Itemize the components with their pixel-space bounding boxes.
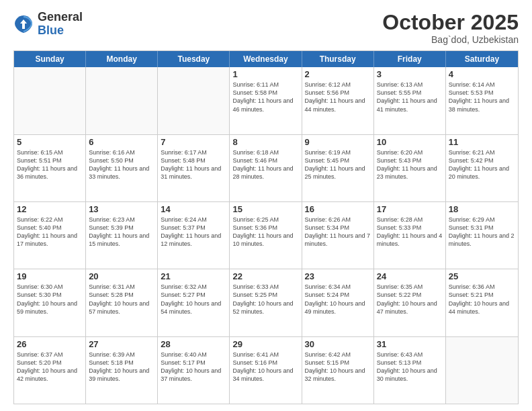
header-wednesday: Wednesday (230, 51, 302, 67)
cal-row-4: 19Sunrise: 6:30 AM Sunset: 5:30 PM Dayli… (14, 269, 518, 336)
cal-cell-5-2: 27Sunrise: 6:39 AM Sunset: 5:18 PM Dayli… (86, 337, 158, 404)
cal-cell-2-4: 8Sunrise: 6:18 AM Sunset: 5:46 PM Daylig… (230, 135, 302, 201)
day-number: 11 (449, 137, 515, 147)
cal-cell-2-2: 6Sunrise: 6:16 AM Sunset: 5:50 PM Daylig… (86, 135, 158, 201)
calendar-header: Sunday Monday Tuesday Wednesday Thursday… (14, 51, 518, 67)
day-number: 15 (232, 204, 298, 214)
cal-cell-2-5: 9Sunrise: 6:19 AM Sunset: 5:45 PM Daylig… (302, 135, 374, 201)
cell-text: Sunrise: 6:15 AM Sunset: 5:51 PM Dayligh… (17, 148, 83, 181)
cal-cell-4-6: 24Sunrise: 6:35 AM Sunset: 5:22 PM Dayli… (374, 269, 446, 336)
day-number: 26 (17, 339, 83, 349)
cell-text: Sunrise: 6:23 AM Sunset: 5:39 PM Dayligh… (89, 216, 154, 248)
cal-cell-3-7: 18Sunrise: 6:29 AM Sunset: 5:31 PM Dayli… (446, 202, 518, 269)
cal-cell-4-5: 23Sunrise: 6:34 AM Sunset: 5:24 PM Dayli… (302, 269, 374, 336)
calendar: Sunday Monday Tuesday Wednesday Thursday… (13, 50, 519, 404)
cell-text: Sunrise: 6:41 AM Sunset: 5:16 PM Dayligh… (232, 351, 298, 383)
cell-text: Sunrise: 6:32 AM Sunset: 5:27 PM Dayligh… (161, 283, 226, 316)
cell-text: Sunrise: 6:21 AM Sunset: 5:42 PM Dayligh… (449, 148, 515, 181)
cal-cell-4-3: 21Sunrise: 6:32 AM Sunset: 5:27 PM Dayli… (158, 269, 230, 336)
day-number: 6 (89, 137, 154, 147)
cell-text: Sunrise: 6:20 AM Sunset: 5:43 PM Dayligh… (377, 148, 443, 181)
day-number: 18 (449, 204, 515, 214)
day-number: 29 (232, 339, 298, 349)
day-number: 12 (17, 204, 83, 214)
day-number: 24 (377, 271, 443, 281)
day-number: 5 (17, 137, 83, 147)
cal-cell-1-2 (86, 67, 158, 134)
cell-text: Sunrise: 6:12 AM Sunset: 5:56 PM Dayligh… (305, 81, 371, 113)
cell-text: Sunrise: 6:28 AM Sunset: 5:33 PM Dayligh… (377, 216, 443, 248)
cal-cell-1-5: 2Sunrise: 6:12 AM Sunset: 5:56 PM Daylig… (302, 67, 374, 134)
cal-row-3: 12Sunrise: 6:22 AM Sunset: 5:40 PM Dayli… (14, 202, 518, 269)
logo-blue: Blue (38, 24, 83, 38)
cal-cell-1-6: 3Sunrise: 6:13 AM Sunset: 5:55 PM Daylig… (374, 67, 446, 134)
day-number: 23 (305, 271, 371, 281)
cal-cell-3-1: 12Sunrise: 6:22 AM Sunset: 5:40 PM Dayli… (14, 202, 86, 269)
day-number: 31 (377, 339, 443, 349)
cell-text: Sunrise: 6:25 AM Sunset: 5:36 PM Dayligh… (232, 216, 298, 248)
day-number: 2 (305, 69, 371, 79)
cell-text: Sunrise: 6:33 AM Sunset: 5:25 PM Dayligh… (232, 283, 298, 316)
cal-cell-3-5: 16Sunrise: 6:26 AM Sunset: 5:34 PM Dayli… (302, 202, 374, 269)
cal-cell-4-2: 20Sunrise: 6:31 AM Sunset: 5:28 PM Dayli… (86, 269, 158, 336)
day-number: 25 (449, 271, 515, 281)
header: General Blue October 2025 Bag`dod, Uzbek… (13, 11, 519, 45)
header-thursday: Thursday (302, 51, 374, 67)
logo-text: General Blue (38, 11, 83, 38)
header-friday: Friday (374, 51, 446, 67)
cell-text: Sunrise: 6:31 AM Sunset: 5:28 PM Dayligh… (89, 283, 154, 316)
day-number: 14 (161, 204, 226, 214)
day-number: 19 (17, 271, 83, 281)
cal-cell-5-5: 30Sunrise: 6:42 AM Sunset: 5:15 PM Dayli… (302, 337, 374, 404)
cal-cell-3-4: 15Sunrise: 6:25 AM Sunset: 5:36 PM Dayli… (230, 202, 302, 269)
day-number: 21 (161, 271, 226, 281)
cal-cell-2-1: 5Sunrise: 6:15 AM Sunset: 5:51 PM Daylig… (14, 135, 86, 201)
day-number: 17 (377, 204, 443, 214)
cal-row-2: 5Sunrise: 6:15 AM Sunset: 5:51 PM Daylig… (14, 135, 518, 202)
cell-text: Sunrise: 6:26 AM Sunset: 5:34 PM Dayligh… (305, 216, 371, 248)
cell-text: Sunrise: 6:13 AM Sunset: 5:55 PM Dayligh… (377, 81, 443, 113)
page: General Blue October 2025 Bag`dod, Uzbek… (0, 0, 532, 411)
day-number: 28 (161, 339, 226, 349)
cal-cell-1-7: 4Sunrise: 6:14 AM Sunset: 5:53 PM Daylig… (446, 67, 518, 134)
header-monday: Monday (86, 51, 158, 67)
cal-cell-5-3: 28Sunrise: 6:40 AM Sunset: 5:17 PM Dayli… (158, 337, 230, 404)
header-tuesday: Tuesday (158, 51, 230, 67)
cal-cell-5-1: 26Sunrise: 6:37 AM Sunset: 5:20 PM Dayli… (14, 337, 86, 404)
logo: General Blue (13, 11, 83, 38)
day-number: 7 (161, 137, 226, 147)
cell-text: Sunrise: 6:24 AM Sunset: 5:37 PM Dayligh… (161, 216, 226, 248)
day-number: 27 (89, 339, 154, 349)
cal-cell-5-4: 29Sunrise: 6:41 AM Sunset: 5:16 PM Dayli… (230, 337, 302, 404)
header-saturday: Saturday (446, 51, 518, 67)
cal-cell-3-6: 17Sunrise: 6:28 AM Sunset: 5:33 PM Dayli… (374, 202, 446, 269)
cell-text: Sunrise: 6:34 AM Sunset: 5:24 PM Dayligh… (305, 283, 371, 316)
day-number: 22 (232, 271, 298, 281)
logo-general: General (38, 11, 83, 24)
cell-text: Sunrise: 6:40 AM Sunset: 5:17 PM Dayligh… (161, 351, 226, 383)
cal-cell-4-1: 19Sunrise: 6:30 AM Sunset: 5:30 PM Dayli… (14, 269, 86, 336)
cal-row-5: 26Sunrise: 6:37 AM Sunset: 5:20 PM Dayli… (14, 337, 518, 404)
cell-text: Sunrise: 6:17 AM Sunset: 5:48 PM Dayligh… (161, 148, 226, 181)
day-number: 13 (89, 204, 154, 214)
day-number: 4 (449, 69, 515, 79)
cell-text: Sunrise: 6:14 AM Sunset: 5:53 PM Dayligh… (449, 81, 515, 113)
cal-cell-1-1 (14, 67, 86, 134)
cell-text: Sunrise: 6:18 AM Sunset: 5:46 PM Dayligh… (232, 148, 298, 181)
cal-cell-2-7: 11Sunrise: 6:21 AM Sunset: 5:42 PM Dayli… (446, 135, 518, 201)
day-number: 16 (305, 204, 371, 214)
cal-row-1: 1Sunrise: 6:11 AM Sunset: 5:58 PM Daylig… (14, 67, 518, 134)
day-number: 20 (89, 271, 154, 281)
cal-cell-5-7 (446, 337, 518, 404)
cell-text: Sunrise: 6:30 AM Sunset: 5:30 PM Dayligh… (17, 283, 83, 316)
cal-cell-3-2: 13Sunrise: 6:23 AM Sunset: 5:39 PM Dayli… (86, 202, 158, 269)
cell-text: Sunrise: 6:29 AM Sunset: 5:31 PM Dayligh… (449, 216, 515, 248)
cell-text: Sunrise: 6:39 AM Sunset: 5:18 PM Dayligh… (89, 351, 154, 383)
cal-cell-3-3: 14Sunrise: 6:24 AM Sunset: 5:37 PM Dayli… (158, 202, 230, 269)
day-number: 9 (305, 137, 371, 147)
cell-text: Sunrise: 6:16 AM Sunset: 5:50 PM Dayligh… (89, 148, 154, 181)
month-title: October 2025 (382, 11, 519, 34)
header-sunday: Sunday (14, 51, 86, 67)
cell-text: Sunrise: 6:37 AM Sunset: 5:20 PM Dayligh… (17, 351, 83, 383)
location: Bag`dod, Uzbekistan (382, 34, 519, 45)
